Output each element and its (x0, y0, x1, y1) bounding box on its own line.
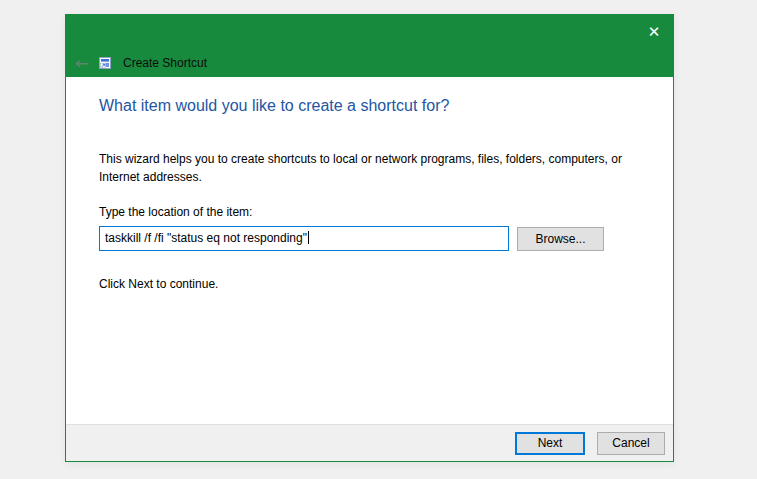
back-arrow-icon: ← (75, 53, 89, 73)
cancel-button[interactable]: Cancel (597, 432, 665, 455)
back-button[interactable]: ← (67, 51, 97, 75)
wizard-description: This wizard helps you to create shortcut… (99, 150, 657, 186)
create-shortcut-window: ✕ ← Create Shortcut What item would you … (65, 14, 674, 462)
next-hint: Click Next to continue. (99, 277, 218, 291)
window-title: Create Shortcut (123, 56, 207, 70)
footer-bar: Next Cancel (66, 424, 673, 461)
shortcut-icon (99, 57, 111, 69)
browse-button[interactable]: Browse... (517, 227, 604, 251)
window-titlebar: ✕ ← Create Shortcut (66, 15, 673, 77)
location-input[interactable]: taskkill /f /fi "status eq not respondin… (99, 226, 509, 251)
wizard-nav-row: ← Create Shortcut (66, 51, 673, 75)
location-label: Type the location of the item: (99, 205, 252, 219)
close-icon: ✕ (648, 23, 661, 40)
next-button[interactable]: Next (515, 432, 585, 455)
close-button[interactable]: ✕ (635, 17, 673, 47)
text-caret (308, 231, 309, 244)
location-input-value: taskkill /f /fi "status eq not respondin… (105, 231, 307, 245)
page-title: What item would you like to create a sho… (99, 97, 449, 115)
